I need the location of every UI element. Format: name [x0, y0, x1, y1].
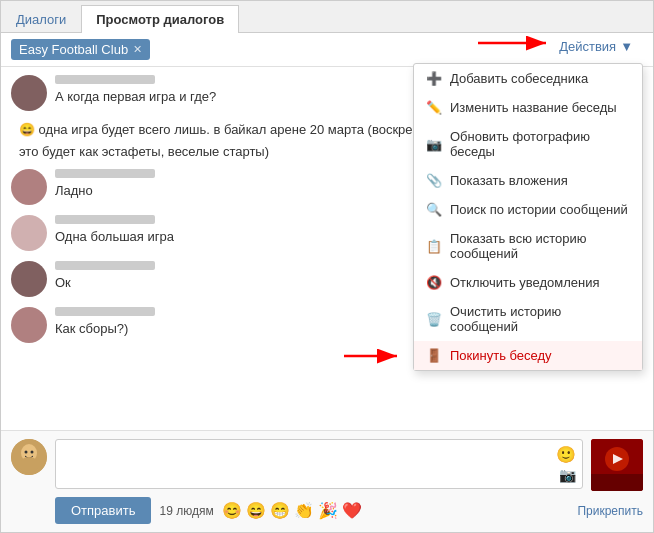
- menu-item-photo[interactable]: 📷 Обновить фотографию беседы: [414, 122, 642, 166]
- attachments-icon: 📎: [426, 173, 442, 188]
- menu-label-mute: Отключить уведомления: [450, 275, 600, 290]
- user-avatar: [11, 439, 47, 475]
- message-input[interactable]: [64, 445, 523, 460]
- avatar: [11, 169, 47, 205]
- actions-dropdown: ➕ Добавить собеседника ✏️ Изменить назва…: [413, 63, 643, 371]
- menu-item-search[interactable]: 🔍 Поиск по истории сообщений: [414, 195, 642, 224]
- avatar: [11, 215, 47, 251]
- actions-button[interactable]: Действия ▼: [559, 39, 633, 54]
- message-input-wrapper: 🙂 📷: [55, 439, 583, 489]
- attach-in-input-icon[interactable]: 📷: [559, 467, 576, 483]
- menu-item-add-user[interactable]: ➕ Добавить собеседника: [414, 64, 642, 93]
- emoji-1[interactable]: 😊: [222, 501, 242, 520]
- attach-button[interactable]: Прикрепить: [577, 504, 643, 518]
- menu-item-attachments[interactable]: 📎 Показать вложения: [414, 166, 642, 195]
- menu-label-search: Поиск по истории сообщений: [450, 202, 628, 217]
- sender-bar: [55, 75, 155, 84]
- chat-header: Easy Football Club ✕ Действия ▼: [1, 33, 653, 67]
- emoji-3[interactable]: 😁: [270, 501, 290, 520]
- svg-point-8: [19, 457, 39, 473]
- menu-item-clear[interactable]: 🗑️ Очистить историю сообщений: [414, 297, 642, 341]
- sender-bar: [55, 215, 155, 224]
- media-thumbnail: [591, 439, 643, 491]
- emoji-4[interactable]: 👏: [294, 501, 314, 520]
- sender-bar: [55, 261, 155, 270]
- menu-item-history[interactable]: 📋 Показать всю историю сообщений: [414, 224, 642, 268]
- search-icon: 🔍: [426, 202, 442, 217]
- send-button[interactable]: Отправить: [55, 497, 151, 524]
- menu-label-history: Показать всю историю сообщений: [450, 231, 630, 261]
- emoji-2[interactable]: 😄: [246, 501, 266, 520]
- clear-icon: 🗑️: [426, 312, 442, 327]
- user-avatar-icon: [11, 439, 47, 475]
- menu-label-leave: Покинуть беседу: [450, 348, 552, 363]
- menu-label-photo: Обновить фотографию беседы: [450, 129, 630, 159]
- svg-point-6: [25, 451, 28, 454]
- history-icon: 📋: [426, 239, 442, 254]
- menu-label-attachments: Показать вложения: [450, 173, 568, 188]
- arrow-to-leave: [344, 346, 409, 366]
- leave-icon: 🚪: [426, 348, 442, 363]
- emoji-5[interactable]: 🎉: [318, 501, 338, 520]
- emoji-6[interactable]: ❤️: [342, 501, 362, 520]
- rename-icon: ✏️: [426, 100, 442, 115]
- photo-icon: 📷: [426, 137, 442, 152]
- thumbnail-image: [591, 439, 643, 491]
- menu-label-add-user: Добавить собеседника: [450, 71, 588, 86]
- app-container: Диалоги Просмотр диалогов Easy Football …: [0, 0, 654, 533]
- menu-item-rename[interactable]: ✏️ Изменить название беседы: [414, 93, 642, 122]
- input-row: 🙂 📷: [11, 439, 643, 491]
- sender-bar: [55, 307, 155, 316]
- actions-chevron-icon: ▼: [620, 39, 633, 54]
- avatar: [11, 261, 47, 297]
- arrow-to-actions: [478, 28, 558, 58]
- recipients-label: 19 людям: [159, 504, 213, 518]
- chat-input-area: 🙂 📷 Отправить 19 людям 😊 😄 😁 �: [1, 430, 653, 532]
- menu-label-rename: Изменить название беседы: [450, 100, 617, 115]
- mute-icon: 🔇: [426, 275, 442, 290]
- tab-dialogs[interactable]: Диалоги: [1, 5, 81, 33]
- menu-item-mute[interactable]: 🔇 Отключить уведомления: [414, 268, 642, 297]
- tab-preview[interactable]: Просмотр диалогов: [81, 5, 239, 33]
- actions-label: Действия: [559, 39, 616, 54]
- chat-title-label: Easy Football Club: [19, 42, 128, 57]
- chat-title-tag: Easy Football Club ✕: [11, 39, 150, 60]
- sender-bar: [55, 169, 155, 178]
- avatar: [11, 75, 47, 111]
- avatar: [11, 307, 47, 343]
- add-user-icon: ➕: [426, 71, 442, 86]
- svg-rect-12: [591, 474, 643, 491]
- emoji-bar: 😊 😄 😁 👏 🎉 ❤️: [222, 501, 362, 520]
- emoji-picker-icon[interactable]: 🙂: [556, 445, 576, 464]
- menu-item-leave[interactable]: 🚪 Покинуть беседу: [414, 341, 642, 370]
- close-chat-button[interactable]: ✕: [133, 43, 142, 56]
- menu-label-clear: Очистить историю сообщений: [450, 304, 630, 334]
- svg-point-7: [31, 451, 34, 454]
- send-bar: Отправить 19 людям 😊 😄 😁 👏 🎉 ❤️ Прикрепи…: [11, 497, 643, 524]
